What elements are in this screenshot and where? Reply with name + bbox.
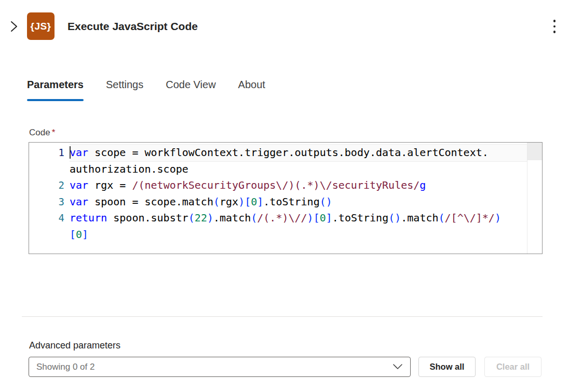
tab-bar: ParametersSettingsCode ViewAbout [27,77,265,101]
code-line[interactable]: 1var scope = workflowContext.trigger.out… [29,145,527,161]
line-number: 2 [29,177,70,194]
code-line-text: return spoon.substr(22).match(/(.*)\//)[… [70,210,527,227]
scrollbar-thumb[interactable] [527,143,542,160]
code-line-text: var rgx = /(networkSecurityGroups\/)(.*)… [70,177,527,194]
advanced-parameters-dropdown[interactable]: Showing 0 of 2 [29,357,411,377]
javascript-action-icon: {JS} [27,12,55,40]
action-title: Execute JavaScript Code [67,20,198,33]
more-options-button[interactable] [545,17,564,36]
javascript-badge-text: {JS} [30,21,51,32]
code-label-text: Code [29,128,50,137]
advanced-parameters-label: Advanced parameters [29,340,120,351]
tab-about[interactable]: About [238,77,265,101]
collapse-panel-button[interactable] [6,19,22,35]
clear-all-button[interactable]: Clear all [484,357,541,377]
code-field-label: Code* [29,128,55,138]
tab-label: Settings [106,79,143,90]
chevron-right-icon [8,20,20,34]
editor-scrollbar[interactable] [527,143,542,254]
code-editor[interactable]: 1var scope = workflowContext.trigger.out… [29,142,543,254]
line-number: 3 [29,194,70,211]
line-number: 1 [29,145,70,161]
line-number: 4 [29,210,70,227]
code-line[interactable]: 4return spoon.substr(22).match(/(.*)\//)… [29,210,527,227]
code-line[interactable]: [0] [29,227,527,243]
text-cursor [70,146,71,159]
tab-code-view[interactable]: Code View [166,77,215,101]
tab-parameters[interactable]: Parameters [27,77,84,101]
code-line-text: var scope = workflowContext.trigger.outp… [70,145,527,161]
code-line[interactable]: authorization.scope [29,161,527,178]
active-tab-indicator [27,99,84,101]
tab-label: Parameters [27,79,84,90]
code-line-text: var spoon = scope.match(rgx)[0].toString… [70,194,527,211]
tab-label: About [238,79,265,90]
line-number [29,227,70,243]
kebab-menu-icon [553,20,556,33]
code-line-text: [0] [70,227,527,243]
code-editor-content[interactable]: 1var scope = workflowContext.trigger.out… [29,145,527,243]
chevron-down-icon [392,362,403,372]
code-line-text: authorization.scope [70,161,527,178]
line-number [29,161,70,178]
action-panel: {JS} Execute JavaScript Code ParametersS… [0,0,569,392]
section-divider [22,316,543,317]
action-header: {JS} Execute JavaScript Code [0,12,569,40]
code-line[interactable]: 2var rgx = /(networkSecurityGroups\/)(.*… [29,177,527,194]
tab-label: Code View [166,79,215,90]
dropdown-selected-value: Showing 0 of 2 [36,362,392,372]
tab-settings[interactable]: Settings [106,77,143,101]
code-line[interactable]: 3var spoon = scope.match(rgx)[0].toStrin… [29,194,527,211]
show-all-button[interactable]: Show all [418,357,476,377]
required-marker: * [52,128,56,137]
